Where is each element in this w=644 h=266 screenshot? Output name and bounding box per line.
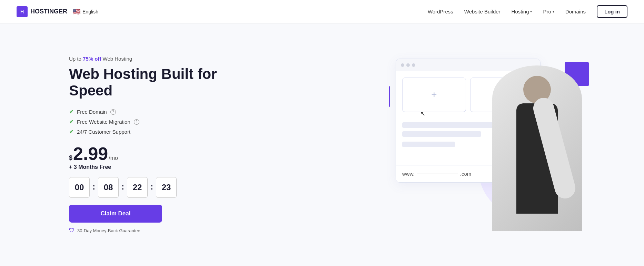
check-icon: ✔ [69,119,73,125]
price-period: /mo [109,155,118,161]
nav-link-wordpress[interactable]: WordPress [428,9,453,14]
feature-item-support: ✔ 24/7 Customer Support [69,129,235,135]
surfboard [531,95,578,201]
countdown-timer: 00 : 08 : 22 : 23 [69,177,235,198]
countdown-sep-2: : [121,182,124,192]
browser-dot-max [412,63,415,67]
info-icon-migration[interactable]: ? [134,119,139,125]
hero-person [492,55,582,231]
feature-item-domain: ✔ Free Domain ? [69,109,235,115]
feature-support-label: 24/7 Customer Support [77,129,130,135]
nav-link-pro[interactable]: Pro ▾ [543,9,554,14]
shield-icon: 🛡 [69,227,75,234]
nav-links: WordPress Website Builder Hosting ▾ Pro … [428,5,627,18]
person-body [516,103,558,214]
flag-icon: 🇺🇸 [73,8,80,16]
check-icon: ✔ [69,109,73,115]
nav-link-hosting[interactable]: Hosting ▾ [512,9,532,14]
countdown-fraction: 23 [156,177,177,198]
navbar: H HOSTINGER 🇺🇸 English WordPress Website… [0,0,644,23]
countdown-hours: 00 [69,177,90,198]
promo-highlight: 75% off [83,56,101,62]
hero-content: Up to 75% off Web Hosting Web Hosting Bu… [69,56,235,234]
logo-text: HOSTINGER [30,8,67,15]
chevron-down-icon: ▾ [553,10,554,13]
browser-dot-close [401,63,404,67]
feature-migration-label: Free Website Migration [77,119,130,125]
countdown-seconds: 22 [127,177,148,198]
logo-icon: H [17,6,28,17]
domain-www-label: www. [402,171,415,177]
feature-list: ✔ Free Domain ? ✔ Free Website Migration… [69,109,235,135]
countdown-sep-1: : [92,182,95,192]
countdown-minutes: 08 [98,177,119,198]
feature-item-migration: ✔ Free Website Migration ? [69,119,235,125]
surfer-silhouette [492,65,582,231]
content-bar-2 [402,131,481,137]
domain-input-line [417,174,458,174]
language-label: English [82,9,98,14]
logo[interactable]: H HOSTINGER [17,6,67,17]
price-amount: 2.99 [73,145,108,163]
domain-com-label: .com [460,171,472,177]
cursor-icon: ↖ [420,110,425,117]
plus-icon-1: + [431,89,437,100]
info-icon-domain[interactable]: ? [110,109,116,115]
login-button[interactable]: Log in [597,5,627,18]
accent-vline-1 [389,86,390,107]
price-bonus: + 3 Months Free [69,164,235,170]
guarantee-text: 🛡 30-Day Money-Back Guarantee [69,227,235,234]
browser-dot-min [406,63,410,67]
claim-deal-button[interactable]: Claim Deal [69,205,162,223]
widget-box-1: + [402,78,466,112]
language-selector[interactable]: 🇺🇸 English [73,8,98,16]
chevron-down-icon: ▾ [530,10,532,13]
content-bar-3 [402,142,455,147]
feature-domain-label: Free Domain [77,109,107,115]
check-icon: ✔ [69,129,73,135]
price-display: $ 2.99 /mo [69,145,235,163]
nav-link-domains[interactable]: Domains [565,9,586,14]
countdown-sep-3: : [150,182,153,192]
price-dollar: $ [69,154,72,162]
hero-headline: Web Hosting Built for Speed [69,66,235,99]
promo-text: Up to 75% off Web Hosting [69,56,235,62]
main-content: Up to 75% off Web Hosting Web Hosting Bu… [0,23,644,266]
nav-link-website-builder[interactable]: Website Builder [464,9,501,14]
hero-illustration: + + ↖ www. .com [389,59,589,231]
